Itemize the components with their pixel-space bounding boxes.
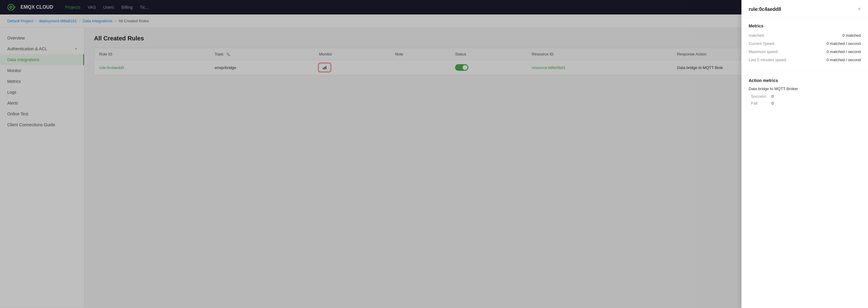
metric-matched: matched: 0 matched bbox=[749, 33, 861, 38]
metric-current-speed-label: Current Speed: bbox=[749, 41, 775, 46]
metric-last5min-speed-value: 0 matched / second bbox=[827, 58, 861, 62]
metric-last5min-speed-label: Last 5 minutes speed: bbox=[749, 58, 787, 62]
metric-max-speed: Maximum speed: 0 matched / second bbox=[749, 50, 861, 54]
close-button[interactable]: × bbox=[858, 6, 861, 12]
metric-matched-value: 0 matched bbox=[842, 33, 861, 38]
action-metric-success: Success: 0 bbox=[749, 94, 861, 98]
metrics-section: Metrics matched: 0 matched Current Speed… bbox=[741, 18, 868, 72]
metric-last5min-speed: Last 5 minutes speed: 0 matched / second bbox=[749, 58, 861, 62]
panel-header: rule:0c4aedd8 × bbox=[741, 0, 868, 18]
metric-matched-label: matched: bbox=[749, 33, 765, 38]
panel-title: rule:0c4aedd8 bbox=[749, 7, 781, 12]
action-metric-fail: Fail: 0 bbox=[749, 101, 861, 105]
metric-current-speed: Current Speed: 0 matched / second bbox=[749, 41, 861, 46]
metric-max-speed-label: Maximum speed: bbox=[749, 50, 778, 54]
action-success-label: Success: bbox=[751, 94, 769, 98]
action-success-value: 0 bbox=[772, 94, 774, 98]
action-fail-value: 0 bbox=[772, 101, 774, 105]
panel-overlay[interactable] bbox=[0, 0, 868, 308]
metric-current-speed-value: 0 matched / second bbox=[827, 41, 861, 46]
rule-detail-panel: rule:0c4aedd8 × Metrics matched: 0 match… bbox=[741, 0, 868, 308]
metric-max-speed-value: 0 matched / second bbox=[827, 50, 861, 54]
action-fail-label: Fail: bbox=[751, 101, 769, 105]
action-metrics-section: Action metrics Data bridge to MQTT Broke… bbox=[741, 72, 868, 114]
action-metrics-title: Action metrics bbox=[749, 78, 861, 83]
metrics-section-title: Metrics bbox=[749, 24, 861, 28]
action-subsection-title: Data bridge to MQTT Broker bbox=[749, 87, 861, 91]
